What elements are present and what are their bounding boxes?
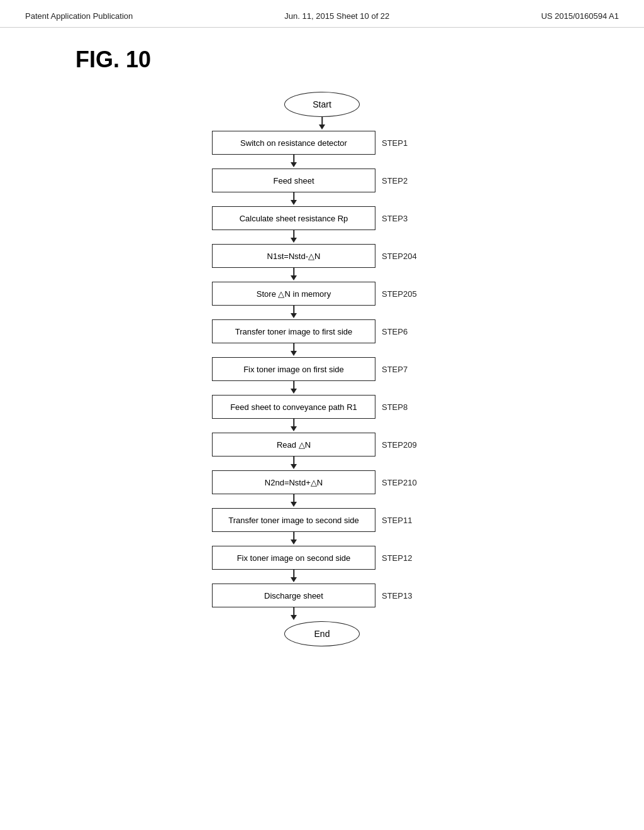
step-box-step6: Transfer toner image to first side bbox=[212, 319, 375, 343]
arrow-4 bbox=[212, 268, 375, 282]
arrow-3 bbox=[212, 230, 375, 244]
step-label-step11: STEP11 bbox=[382, 516, 432, 525]
step-label-step7: STEP7 bbox=[382, 365, 432, 374]
step-label-step5: STEP205 bbox=[382, 289, 432, 299]
step-row-step10: N2nd=Nstd+△NSTEP210 bbox=[212, 470, 432, 494]
step-box-step8: Feed sheet to conveyance path R1 bbox=[212, 395, 375, 419]
step-label-step4: STEP204 bbox=[382, 252, 432, 261]
arrow-12 bbox=[212, 570, 375, 584]
arrow-13 bbox=[212, 607, 375, 621]
step-label-step8: STEP8 bbox=[382, 402, 432, 412]
arrow-9 bbox=[212, 456, 375, 470]
step-row-step2: Feed sheetSTEP2 bbox=[212, 169, 432, 192]
step-box-step4: N1st=Nstd-△N bbox=[212, 244, 375, 268]
arrow-8 bbox=[212, 419, 375, 433]
step-row-step11: Transfer toner image to second sideSTEP1… bbox=[212, 508, 432, 532]
end-node: End bbox=[284, 621, 360, 646]
header-right: US 2015/0160594 A1 bbox=[541, 11, 619, 21]
step-label-step12: STEP12 bbox=[382, 553, 432, 563]
end-oval: End bbox=[284, 621, 360, 646]
page-header: Patent Application Publication Jun. 11, … bbox=[0, 0, 644, 28]
arrow-0 bbox=[284, 117, 360, 131]
step-box-step9: Read △N bbox=[212, 433, 375, 456]
step-box-step1: Switch on resistance detector bbox=[212, 131, 375, 155]
arrow-11 bbox=[212, 532, 375, 546]
step-box-step13: Discharge sheet bbox=[212, 584, 375, 607]
step-box-step11: Transfer toner image to second side bbox=[212, 508, 375, 532]
header-middle: Jun. 11, 2015 Sheet 10 of 22 bbox=[284, 11, 389, 21]
start-node: Start bbox=[284, 92, 360, 117]
step-box-step3: Calculate sheet resistance Rp bbox=[212, 206, 375, 230]
figure-title: FIG. 10 bbox=[0, 28, 644, 86]
step-row-step6: Transfer toner image to first sideSTEP6 bbox=[212, 319, 432, 343]
step-row-step5: Store △N in memorySTEP205 bbox=[212, 282, 432, 306]
arrow-10 bbox=[212, 494, 375, 508]
step-row-step8: Feed sheet to conveyance path R1STEP8 bbox=[212, 395, 432, 419]
step-row-step9: Read △NSTEP209 bbox=[212, 433, 432, 456]
header-left: Patent Application Publication bbox=[25, 11, 133, 21]
flowchart: Start Switch on resistance detectorSTEP1… bbox=[0, 86, 644, 665]
step-row-step12: Fix toner image on second sideSTEP12 bbox=[212, 546, 432, 570]
arrow-7 bbox=[212, 381, 375, 395]
step-label-step13: STEP13 bbox=[382, 591, 432, 600]
step-row-step3: Calculate sheet resistance RpSTEP3 bbox=[212, 206, 432, 230]
step-label-step2: STEP2 bbox=[382, 176, 432, 185]
step-label-step9: STEP209 bbox=[382, 440, 432, 450]
step-box-step10: N2nd=Nstd+△N bbox=[212, 470, 375, 494]
arrow-6 bbox=[212, 343, 375, 357]
step-label-step3: STEP3 bbox=[382, 214, 432, 223]
step-box-step2: Feed sheet bbox=[212, 169, 375, 192]
step-box-step5: Store △N in memory bbox=[212, 282, 375, 306]
step-row-step13: Discharge sheetSTEP13 bbox=[212, 584, 432, 607]
arrow-1 bbox=[212, 155, 375, 169]
step-label-step10: STEP210 bbox=[382, 478, 432, 487]
step-row-step1: Switch on resistance detectorSTEP1 bbox=[212, 131, 432, 155]
arrow-5 bbox=[212, 306, 375, 319]
start-oval: Start bbox=[284, 92, 360, 117]
step-label-step6: STEP6 bbox=[382, 327, 432, 336]
step-row-step4: N1st=Nstd-△NSTEP204 bbox=[212, 244, 432, 268]
arrow-2 bbox=[212, 192, 375, 206]
step-box-step12: Fix toner image on second side bbox=[212, 546, 375, 570]
step-box-step7: Fix toner image on first side bbox=[212, 357, 375, 381]
step-row-step7: Fix toner image on first sideSTEP7 bbox=[212, 357, 432, 381]
step-label-step1: STEP1 bbox=[382, 138, 432, 148]
